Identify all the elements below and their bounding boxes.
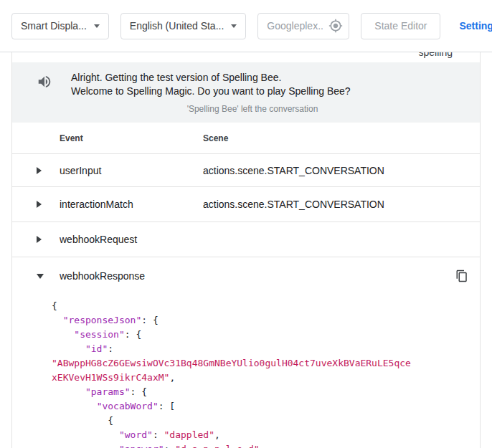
chevron-down-icon: [94, 24, 100, 28]
expand-right-icon[interactable]: [37, 236, 42, 243]
scene-name: actions.scene.START_CONVERSATION: [203, 165, 445, 176]
code-line: {: [52, 299, 468, 313]
expand-right-icon[interactable]: [37, 201, 42, 208]
code-line: "answer": "d,a,p,p,l,e,d": [52, 442, 468, 448]
copy-button[interactable]: [453, 267, 471, 285]
event-name: userInput: [60, 165, 203, 176]
conversation-status-text: 'Spelling Bee' left the conversation: [37, 104, 468, 114]
code-line: "ABwppHG8cZ6GEwsiwOVc31Bq48GmNBeYUlio0gu…: [52, 356, 468, 371]
language-selector-label: English (United Sta...: [130, 20, 224, 32]
collapse-down-icon[interactable]: [37, 274, 44, 279]
simulator-event-panel: spelling Alright. Getting the test versi…: [11, 52, 481, 448]
clipped-previous-row: spelling: [12, 52, 480, 62]
chevron-down-icon: [231, 24, 237, 28]
webhook-response-json: { "responseJson": { "session": { "id":"A…: [12, 295, 480, 448]
code-line: "params": {: [52, 385, 468, 399]
code-line: "responseJson": {: [52, 313, 468, 328]
surface-selector-dropdown[interactable]: Smart Displa...: [11, 13, 109, 39]
scene-name: actions.scene.START_CONVERSATION: [203, 199, 445, 210]
event-name: interactionMatch: [60, 199, 203, 210]
assistant-message-line: Alright. Getting the test version of Spe…: [71, 71, 351, 85]
event-row-interactionmatch[interactable]: interactionMatch actions.scene.START_CON…: [12, 187, 480, 222]
assistant-message-block: Alright. Getting the test version of Spe…: [12, 62, 480, 123]
code-line: "vocabWord": [: [52, 399, 468, 414]
surface-selector-label: Smart Displa...: [21, 20, 87, 32]
code-line: "session": {: [52, 328, 468, 342]
event-table-header: Event Scene: [12, 123, 480, 154]
settings-button[interactable]: Settings: [452, 14, 492, 37]
location-value: Googleplex...: [267, 20, 323, 32]
scene-column-header: Scene: [203, 133, 445, 143]
event-row-webhookrequest[interactable]: webhookRequest: [12, 222, 480, 257]
event-row-webhookresponse[interactable]: webhookResponse: [12, 257, 480, 295]
code-line: "id":: [52, 342, 468, 356]
location-input[interactable]: Googleplex...: [257, 13, 349, 39]
assistant-message-text: Alright. Getting the test version of Spe…: [71, 71, 351, 98]
speaker-icon: [37, 74, 52, 92]
location-searching-icon: [328, 19, 343, 33]
event-column-header: Event: [60, 133, 203, 143]
expand-right-icon[interactable]: [37, 167, 42, 174]
copy-icon: [455, 270, 468, 282]
language-selector-dropdown[interactable]: English (United Sta...: [120, 13, 247, 39]
code-line: "word": "dappled",: [52, 428, 468, 442]
event-name: webhookResponse: [60, 270, 203, 282]
code-line: {: [52, 414, 468, 428]
clipped-previous-text: spelling: [419, 52, 453, 62]
event-row-userinput[interactable]: userInput actions.scene.START_CONVERSATI…: [12, 154, 480, 187]
event-name: webhookRequest: [60, 234, 203, 245]
code-line: xEKVevH1WSs9ikrC4axM",: [52, 371, 468, 385]
simulator-toolbar: Smart Displa... English (United Sta... G…: [0, 0, 492, 52]
state-editor-button[interactable]: State Editor: [361, 13, 440, 39]
assistant-message-line: Welcome to Spelling Magic. Do you want t…: [71, 85, 351, 98]
